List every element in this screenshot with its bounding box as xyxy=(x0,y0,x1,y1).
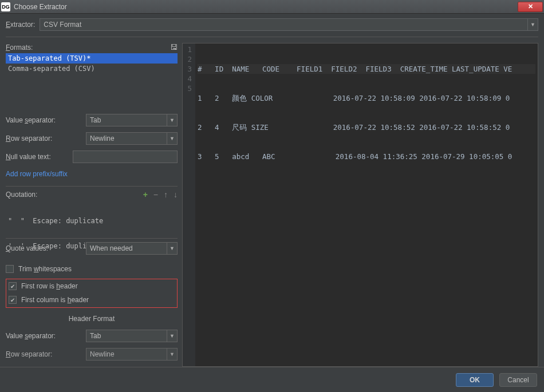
left-panel: Formats: 🖫 Tab-separated (TSV)* Comma-se… xyxy=(6,43,178,367)
row-separator-select[interactable]: Newline ▼ xyxy=(86,132,178,145)
value-separator-label: Value separator: xyxy=(6,116,82,124)
gutter-line: 5 xyxy=(184,84,192,93)
ok-button[interactable]: OK xyxy=(456,373,494,387)
hf-value-separator-label: Value separator: xyxy=(6,332,82,340)
editor-line: 3 5 abcd ABC 2016-08-04 11:36:25 2016-07… xyxy=(198,152,535,161)
hf-row-separator-label: Row separator: xyxy=(6,350,82,358)
chevron-down-icon: ▼ xyxy=(167,349,177,360)
gutter-line: 4 xyxy=(184,74,192,84)
formats-label: Formats: xyxy=(6,43,33,52)
add-prefix-suffix-link[interactable]: Add row prefix/suffix xyxy=(6,170,178,178)
format-item-tsv[interactable]: Tab-separated (TSV)* xyxy=(6,53,178,64)
quote-values-value: When needed xyxy=(90,244,133,252)
extractor-dropdown[interactable]: CSV Format ▼ xyxy=(40,18,538,31)
chevron-down-icon: ▼ xyxy=(527,19,538,30)
chevron-down-icon: ▼ xyxy=(167,243,177,254)
editor-line xyxy=(198,181,535,191)
gutter-line: 3 xyxy=(184,64,192,74)
header-format-title: Header Format xyxy=(6,315,178,323)
editor-line: 1 2 颜色 COLOR 2016-07-22 10:58:09 2016-07… xyxy=(198,93,535,103)
formats-list: Tab-separated (TSV)* Comma-separated (CS… xyxy=(6,53,178,85)
editor-content[interactable]: # ID NAME CODE FIELD1 FIELD2 FIELD3 CREA… xyxy=(195,43,538,366)
quotation-row[interactable]: " " Escape: duplicate xyxy=(8,216,175,225)
row-separator-value: Newline xyxy=(90,134,115,142)
first-row-header-label: First row is header xyxy=(21,282,78,290)
arrow-down-icon[interactable]: ↓ xyxy=(174,190,178,199)
first-col-header-label: First column is header xyxy=(21,296,89,304)
gutter-line: 2 xyxy=(184,54,192,64)
chevron-down-icon: ▼ xyxy=(167,133,177,144)
quotation-label: Quotation: xyxy=(6,191,143,199)
chevron-down-icon: ▼ xyxy=(167,114,177,126)
editor-gutter: 1 2 3 4 5 xyxy=(183,43,195,366)
hf-value-separator-select[interactable]: Tab ▼ xyxy=(86,330,178,342)
format-item-csv[interactable]: Comma-separated (CSV) xyxy=(6,64,178,74)
quote-values-select[interactable]: When needed ▼ xyxy=(86,242,178,255)
trim-whitespace-checkbox[interactable] xyxy=(6,265,14,273)
extractor-label: Extractor: xyxy=(6,21,35,29)
row-separator-label: Row separator: xyxy=(6,134,82,142)
first-row-header-checkbox[interactable] xyxy=(9,282,17,290)
hf-row-separator-value: Newline xyxy=(90,350,115,358)
remove-icon[interactable]: − xyxy=(153,190,158,199)
first-col-header-checkbox[interactable] xyxy=(9,296,17,304)
title-bar: DG Choose Extractor ✕ xyxy=(0,0,544,14)
value-separator-select[interactable]: Tab ▼ xyxy=(86,114,178,126)
extractor-value: CSV Format xyxy=(44,21,81,29)
app-icon: DG xyxy=(1,2,10,11)
gutter-line: 1 xyxy=(184,45,192,54)
editor-line: # ID NAME CODE FIELD1 FIELD2 FIELD3 CREA… xyxy=(198,64,535,74)
null-value-label: Null value text: xyxy=(6,153,69,161)
quote-values-label: Quote values: xyxy=(6,244,82,252)
save-icon[interactable]: 🖫 xyxy=(170,43,178,52)
null-value-input[interactable] xyxy=(73,151,178,163)
add-icon[interactable]: + xyxy=(143,190,148,199)
value-separator-value: Tab xyxy=(90,116,101,124)
hf-value-separator-value: Tab xyxy=(90,332,101,340)
hf-row-separator-select[interactable]: Newline ▼ xyxy=(86,348,178,361)
header-highlight-box: First row is header First column is head… xyxy=(6,279,178,308)
trim-whitespace-label: Trim whitespaces xyxy=(18,265,72,273)
button-bar: OK Cancel xyxy=(0,367,544,392)
close-icon: ✕ xyxy=(528,3,533,10)
arrow-up-icon[interactable]: ↑ xyxy=(164,190,168,199)
close-button[interactable]: ✕ xyxy=(518,2,543,12)
editor-line: 2 4 尺码 SIZE 2016-07-22 10:58:52 2016-07-… xyxy=(198,122,535,132)
preview-editor: 1 2 3 4 5 # ID NAME CODE FIELD1 FIELD2 F… xyxy=(182,43,538,367)
window-title: Choose Extractor xyxy=(14,3,518,11)
quotation-list[interactable]: " " Escape: duplicate ' ' Escape: duplic… xyxy=(6,199,178,233)
cancel-button[interactable]: Cancel xyxy=(499,373,537,387)
chevron-down-icon: ▼ xyxy=(167,330,177,342)
